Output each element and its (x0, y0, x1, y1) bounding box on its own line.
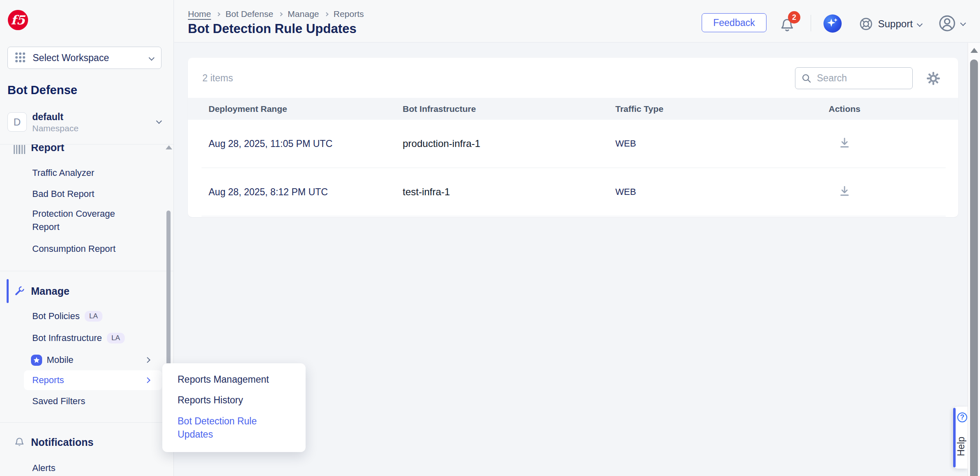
feedback-button[interactable]: Feedback (702, 13, 766, 32)
notifications-button[interactable]: 2 (779, 14, 800, 35)
section-divider (0, 422, 173, 423)
column-header-traffic-type: Traffic Type (615, 104, 731, 114)
download-button[interactable] (838, 184, 852, 198)
section-divider (0, 271, 173, 271)
cell-bot-infrastructure: test-infra-1 (403, 186, 615, 198)
sidebar-item-bot-infrastructure[interactable]: Bot Infrastructure LA (0, 331, 162, 345)
wrench-icon (14, 285, 25, 297)
search-input[interactable] (817, 73, 906, 84)
la-badge: LA (107, 333, 125, 343)
reports-flyout-menu: Reports Management Reports History Bot D… (162, 363, 306, 452)
bell-icon (14, 436, 25, 448)
sidebar-item-alerts[interactable]: Alerts (0, 461, 162, 475)
column-header-bot-infrastructure: Bot Infrastructure (403, 104, 615, 114)
breadcrumb-manage[interactable]: Manage (288, 9, 319, 19)
workspace-selector[interactable]: Select Workspace (7, 47, 161, 69)
cell-bot-infrastructure: production-infra-1 (403, 138, 615, 149)
scroll-up-arrow[interactable] (971, 48, 978, 53)
cell-traffic-type: WEB (615, 138, 731, 149)
sidebar: f5 Select Workspace Bot Defense D defaul… (0, 0, 174, 476)
chevron-down-icon (149, 55, 154, 61)
table-row: Aug 28, 2025, 8:12 PM UTC test-infra-1 W… (188, 168, 958, 216)
page-title: Bot Detection Rule Updates (188, 21, 356, 36)
table-settings-button[interactable] (926, 71, 941, 86)
account-menu[interactable] (938, 14, 965, 32)
breadcrumb-bot-defense[interactable]: Bot Defense (225, 9, 273, 19)
sidebar-item-bad-bot-report[interactable]: Bad Bot Report (0, 187, 162, 201)
account-icon (938, 14, 956, 32)
sidebar-item-traffic-analyzer[interactable]: Traffic Analyzer (0, 166, 162, 180)
cell-deployment-range: Aug 28, 2025, 8:12 PM UTC (209, 187, 403, 198)
app-root: { "colors": { "accent": "#4a63ee", "bran… (0, 0, 980, 476)
namespace-initial: D (7, 112, 27, 132)
row-divider (202, 216, 946, 216)
search-icon (801, 73, 812, 84)
table-header-row: Deployment Range Bot Infrastructure Traf… (188, 98, 958, 120)
mobile-star-icon (31, 355, 42, 366)
flyout-item-reports-management[interactable]: Reports Management (178, 373, 291, 386)
report-icon (14, 144, 25, 154)
nav-section-notifications[interactable]: Notifications (0, 435, 165, 449)
table-card: 2 items (188, 58, 958, 217)
help-label: Help (956, 427, 968, 465)
namespace-name: default (32, 111, 63, 123)
sidebar-nav: Report Traffic Analyzer Bad Bot Report P… (0, 144, 173, 476)
grid-icon (15, 52, 26, 63)
column-header-deployment-range: Deployment Range (209, 104, 403, 114)
sidebar-item-mobile[interactable]: Mobile (0, 353, 162, 367)
gear-icon (926, 71, 941, 86)
sidebar-item-consumption-report[interactable]: Consumption Report (0, 242, 162, 256)
support-menu[interactable]: Support (859, 16, 922, 32)
notification-count-badge: 2 (788, 11, 800, 24)
f5-logo[interactable]: f5 (8, 10, 28, 30)
ai-assistant-button[interactable] (823, 14, 842, 33)
chevron-down-icon (960, 20, 966, 26)
cell-deployment-range: Aug 28, 2025, 11:05 PM UTC (209, 138, 403, 149)
download-icon (838, 136, 852, 150)
breadcrumb: Home Bot Defense Manage Reports (188, 9, 364, 19)
support-lifebuoy-icon (859, 17, 873, 31)
chevron-right-icon (216, 12, 221, 16)
namespace-type-label: Namespace (32, 123, 78, 133)
download-button[interactable] (838, 136, 852, 150)
sidebar-scroll-up-arrow[interactable] (166, 145, 172, 149)
chevron-down-icon (917, 21, 923, 27)
help-tab[interactable]: ? Help (953, 407, 968, 469)
table-toolbar: 2 items (188, 58, 958, 98)
header-divider (811, 15, 811, 31)
support-label: Support (878, 18, 913, 30)
chevron-right-icon (324, 12, 328, 16)
items-count: 2 items (202, 73, 233, 84)
chevron-down-icon (156, 118, 162, 124)
page-scrollbar-thumb[interactable] (970, 59, 978, 476)
page-scrollbar (968, 43, 980, 476)
nav-section-report[interactable]: Report (0, 144, 165, 154)
product-title: Bot Defense (7, 83, 77, 97)
breadcrumb-home[interactable]: Home (188, 9, 211, 19)
flyout-item-reports-history[interactable]: Reports History (178, 394, 291, 406)
topbar: Home Bot Defense Manage Reports Bot Dete… (174, 0, 980, 43)
column-header-actions: Actions (731, 104, 958, 114)
table-row: Aug 28, 2025, 11:05 PM UTC production-in… (188, 120, 958, 168)
nav-section-manage[interactable]: Manage (0, 284, 165, 298)
cell-traffic-type: WEB (615, 187, 731, 197)
sidebar-item-bot-policies[interactable]: Bot Policies LA (0, 309, 162, 323)
sidebar-item-protection-coverage-report[interactable]: Protection Coverage Report (0, 207, 136, 234)
breadcrumb-reports[interactable]: Reports (334, 9, 364, 19)
flyout-item-bot-detection-rule-updates[interactable]: Bot Detection Rule Updates (178, 414, 291, 441)
chevron-right-icon (145, 377, 150, 383)
download-icon (838, 184, 852, 198)
search-box (795, 67, 913, 89)
workspace-label: Select Workspace (33, 52, 149, 64)
sidebar-item-reports[interactable]: Reports (24, 370, 162, 390)
sidebar-item-saved-filters[interactable]: Saved Filters (0, 394, 162, 408)
namespace-selector[interactable]: D default Namespace (7, 112, 162, 132)
la-badge: LA (85, 311, 102, 322)
chevron-right-icon (145, 357, 150, 363)
chevron-right-icon (278, 12, 282, 16)
sparkle-icon (823, 14, 842, 33)
help-question-icon: ? (957, 412, 967, 422)
